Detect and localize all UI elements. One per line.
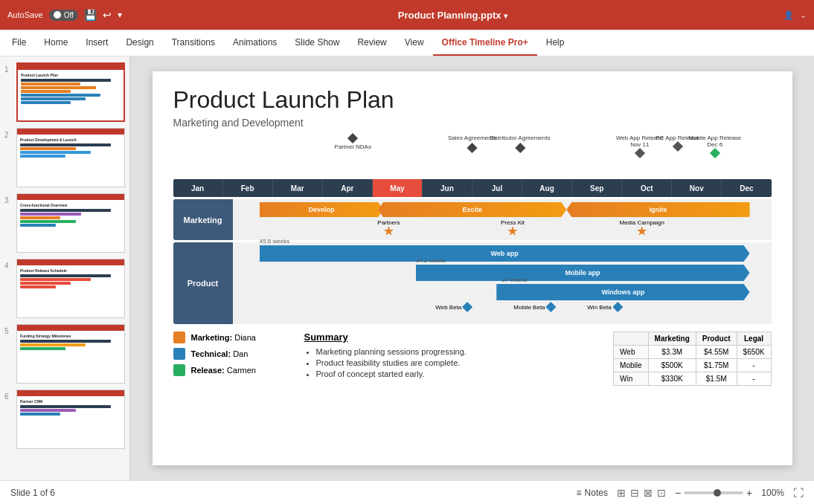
menu-slideshow[interactable]: Slide Show [286,30,348,56]
month-sep: Sep [572,179,622,197]
main-area: 1 Product Launch Plan [0,56,814,480]
menu-view[interactable]: View [396,30,433,56]
windowsapp-weeks: 27 weeks [502,277,528,283]
notes-button[interactable]: ≡ Notes [577,488,608,498]
slideshow-icon[interactable]: ⊡ [657,487,666,499]
slide-preview-5[interactable]: Funding Strategy Milestones [16,324,125,384]
slide-preview-6[interactable]: Partner CRM [16,390,125,449]
beta-mobile: Mobile Beta [513,303,554,311]
summary-bullet-2: Product feasibility studies are complete… [316,358,602,367]
month-jan: Jan [173,179,223,197]
legend: Marketing: Diana Technical: Dan Release:… [173,332,292,376]
slide-number-1: 1 [4,65,16,74]
budget-web-product: $4.55M [696,346,737,359]
slide-thumb-2[interactable]: 2 Product Development & Launch [4,128,125,187]
menu-design[interactable]: Design [117,30,162,56]
product-label: Product [173,242,233,324]
month-feb: Feb [223,179,273,197]
autosave-toggle[interactable]: Off [49,10,78,21]
month-bar: Jan Feb Mar Apr May Jun Jul Aug Sep Oct … [173,179,772,197]
menu-help-label: Help [546,37,565,48]
legend-technical-color [173,348,185,360]
marketing-label: Marketing [173,199,233,240]
reading-view-icon[interactable]: ⊠ [644,487,653,499]
month-jul: Jul [472,179,522,197]
toggle-state: Off [64,11,74,19]
menu-transitions[interactable]: Transitions [163,30,224,56]
menu-transitions-label: Transitions [172,37,215,48]
ribbon-minimize-icon[interactable]: ⌄ [800,10,807,20]
budget-mobile-marketing: $500K [648,359,696,372]
menu-officetimeline-label: Office Timeline Pro+ [442,37,528,48]
budget-web-label: Web [614,346,648,359]
beta-win: Win Beta [587,303,621,311]
menu-officetimeline[interactable]: Office Timeline Pro+ [433,30,537,56]
slide-number-3: 3 [4,196,16,204]
user-icon[interactable]: 👤 [783,10,794,20]
mobileapp-weeks: 34.2 weeks [416,257,446,264]
summary-bullets: Marketing planning sessions progressing.… [304,347,602,378]
menu-animations[interactable]: Animations [224,30,286,56]
slide-sorter-icon[interactable]: ⊟ [630,487,639,499]
slide-preview-3[interactable]: Cross-functional Overview [16,193,125,253]
slide-preview-4[interactable]: Product Release Schedule [16,259,125,318]
status-bar-right: ≡ Notes ⊞ ⊟ ⊠ ⊡ − + 100% ⛶ [577,487,804,499]
mobileapp-label: Mobile app [565,269,600,277]
zoom-minus-button[interactable]: − [675,487,681,499]
star-icon-mediacampaign [637,226,647,236]
slide-number-4: 4 [4,262,16,270]
webapp-bar: Web app [260,245,750,262]
budget-mobile-legal: - [737,359,771,372]
slide-thumb-5[interactable]: 5 Funding Strategy Milestones [4,324,125,384]
windowsapp-label: Windows app [601,288,644,296]
document-title: Product Planning.pptx ▾ [122,10,783,21]
month-may: May [373,179,423,197]
fit-slide-icon[interactable]: ⛶ [793,487,804,499]
beta-web-label: Web Beta [435,304,461,311]
menu-slideshow-label: Slide Show [295,37,339,48]
milestone-distributor: Distributor Agreements [490,135,550,152]
slide-thumb-1[interactable]: 1 Product Launch Plan [4,62,125,122]
month-aug: Aug [522,179,572,197]
notes-icon: ≡ [577,488,582,498]
zoom-plus-button[interactable]: + [746,487,752,499]
diamond-mobile [545,302,556,312]
legend-marketing-color [173,332,185,343]
slide-thumb-4[interactable]: 4 Product Release Schedule [4,259,125,318]
budget-row-web: Web $3.3M $4.55M $650K [614,346,771,359]
filename: Product Planning.pptx [398,10,501,21]
menu-home[interactable]: Home [35,30,77,56]
menu-review[interactable]: Review [348,30,395,56]
status-bar: Slide 1 of 6 ≡ Notes ⊞ ⊟ ⊠ ⊡ − + 100% ⛶ [0,480,814,504]
menu-file[interactable]: File [3,30,35,56]
zoom-slider[interactable] [684,491,743,494]
marketing-section: Marketing Develop Excite [173,199,772,240]
summary-bullet-3: Proof of concept started early. [316,369,602,378]
thumb-title-3: Cross-functional Overview [20,203,121,207]
slide-preview-1[interactable]: Product Launch Plan [16,62,125,122]
menu-bar: File Home Insert Design Transitions Anim… [0,30,814,56]
budget-col-product: Product [696,332,737,346]
month-nov: Nov [672,179,722,197]
milestone-labels: Partner NDAs Sales Agreements Distributo… [173,135,772,179]
menu-help[interactable]: Help [537,30,574,56]
menu-insert[interactable]: Insert [77,30,117,56]
zoom-controls: − + [675,487,752,499]
notes-label: Notes [585,488,608,498]
slide-thumb-3[interactable]: 3 Cross-functional Overview [4,193,125,253]
normal-view-icon[interactable]: ⊞ [617,487,626,499]
budget-table: Marketing Product Legal Web $3.3M $4.55M [613,332,771,386]
slide-canvas: Product Launch Plan Marketing and Develo… [130,56,814,480]
budget-web-marketing: $3.3M [648,346,696,359]
milestone-label-0: Partner NDAs [335,143,371,150]
slide-preview-2[interactable]: Product Development & Launch [16,128,125,187]
slide-content[interactable]: Product Launch Plan Marketing and Develo… [153,71,792,465]
dropdown-arrow[interactable]: ▾ [504,12,507,20]
save-icon[interactable]: 💾 [84,9,97,21]
undo-icon[interactable]: ↩ [103,9,112,21]
budget-win-marketing: $330K [648,372,696,386]
budget-win-legal: - [737,372,771,386]
legend-technical: Technical: Dan [173,348,292,360]
phase-develop: Develop [260,202,384,217]
slide-thumb-6[interactable]: 6 Partner CRM [4,390,125,449]
